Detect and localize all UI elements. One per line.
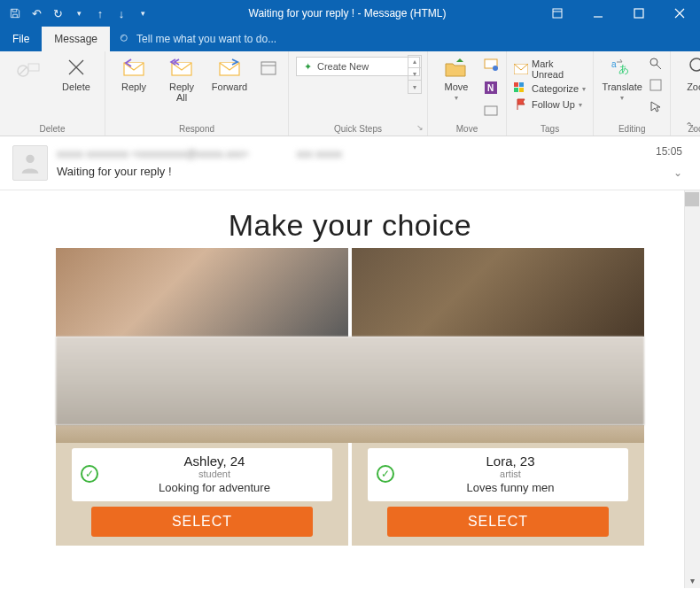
scrollbar[interactable]: ▴ ▾ <box>684 190 700 588</box>
profile-name: Lora, 23 <box>401 453 619 469</box>
select-button-2[interactable]: SELECT <box>387 507 609 537</box>
rules-icon[interactable] <box>483 57 499 76</box>
maximize-button[interactable] <box>618 0 659 27</box>
qat-customize-icon[interactable]: ▾ <box>135 5 151 21</box>
profile-tagline: Looking for adventure <box>105 481 323 494</box>
categorize-button[interactable]: Categorize ▾ <box>514 81 586 96</box>
minimize-button[interactable] <box>578 0 618 27</box>
profile-info-1: ✓ Ashley, 24 student Looking for adventu… <box>72 448 332 501</box>
scroll-down-icon[interactable]: ▾ <box>684 572 700 588</box>
reply-button[interactable]: Reply <box>113 55 155 92</box>
tab-file[interactable]: File <box>0 27 42 51</box>
profile-card-1: ✓ Ashley, 24 student Looking for adventu… <box>56 443 348 546</box>
svg-rect-31 <box>650 80 661 90</box>
prev-icon[interactable]: ↓ <box>113 5 129 21</box>
group-delete: Delete Delete <box>0 51 105 136</box>
svg-text:あ: あ <box>618 63 629 75</box>
svg-text:N: N <box>487 83 494 93</box>
quick-access-toolbar: ↶ ↻ ▾ ↑ ↓ ▾ <box>0 5 158 21</box>
translate-icon: aあ <box>608 55 636 80</box>
verified-icon: ✓ <box>377 465 394 483</box>
related-icon[interactable] <box>649 78 663 96</box>
expand-header-icon[interactable]: ⌄ <box>673 167 682 179</box>
svg-point-18 <box>493 66 498 71</box>
qs-scroll-up[interactable]: ▴ <box>408 56 421 68</box>
follow-up-button[interactable]: Follow Up ▾ <box>514 97 586 112</box>
recipient: xxx xxxxx <box>297 148 342 160</box>
collapse-ribbon-icon[interactable]: ⌃ <box>685 120 693 132</box>
group-editing: aあ Translate ▾ Editing <box>594 51 671 136</box>
profile-role: artist <box>401 469 619 479</box>
svg-point-32 <box>690 58 700 71</box>
svg-rect-21 <box>485 106 497 115</box>
profile-role: student <box>105 469 323 479</box>
profile-card-2: ✓ Lora, 23 artist Loves funny men SELECT <box>352 443 644 546</box>
photo-row <box>27 248 673 337</box>
message-body: ▴ ▾ Make your choice ✓ Ashley, 24 studen… <box>0 190 700 588</box>
forward-button[interactable]: Forward <box>208 55 251 92</box>
touch-mode-icon[interactable]: ↑ <box>92 5 108 21</box>
tell-me-search[interactable]: Tell me what you want to do... <box>110 27 285 51</box>
actions-icon[interactable] <box>483 103 499 122</box>
forward-icon <box>215 55 244 80</box>
qs-dialog-launcher-icon[interactable]: ↘ <box>416 123 424 132</box>
chevron-down-icon[interactable]: ▾ <box>71 5 87 21</box>
mark-unread-button[interactable]: Mark Unread <box>514 58 586 80</box>
chevron-down-icon: ▾ <box>620 94 624 102</box>
message-subject: Waiting for your reply ! <box>57 165 688 178</box>
ribbon-tabs: File Message Tell me what you want to do… <box>0 27 700 51</box>
group-move: Move ▾ N Move <box>428 51 507 136</box>
delete-button[interactable]: Delete <box>55 55 97 92</box>
redo-icon[interactable]: ↻ <box>50 5 66 21</box>
svg-rect-3 <box>634 9 643 18</box>
move-button[interactable]: Move ▾ <box>435 55 478 102</box>
select-button-1[interactable]: SELECT <box>91 507 313 537</box>
junk-icon <box>14 55 43 80</box>
profile-name: Ashley, 24 <box>105 453 323 469</box>
junk-button <box>7 55 50 80</box>
undo-icon[interactable]: ↶ <box>28 5 44 21</box>
svg-point-34 <box>26 155 34 163</box>
group-respond: Reply Reply All Forward Respond <box>105 51 289 136</box>
reply-icon <box>120 55 148 80</box>
svg-point-29 <box>650 58 657 66</box>
onenote-icon[interactable]: N <box>483 80 499 99</box>
email-headline: Make your choice <box>27 208 673 243</box>
group-quick-steps: ✦Create New ▴ ▾ ▾ Quick Steps ↘ <box>289 51 428 136</box>
quick-step-create-new[interactable]: ✦Create New <box>296 57 420 76</box>
svg-rect-25 <box>514 88 518 92</box>
close-button[interactable] <box>659 0 700 27</box>
more-respond-button[interactable] <box>256 55 281 80</box>
qs-gallery[interactable]: ▾ <box>408 81 421 93</box>
ribbon-display-icon[interactable] <box>537 0 578 27</box>
tab-message[interactable]: Message <box>42 27 110 51</box>
tell-me-placeholder: Tell me what you want to do... <box>136 33 276 45</box>
ribbon: Delete Delete Reply Reply All Forward Re… <box>0 51 700 136</box>
qs-scroll-down[interactable]: ▾ <box>408 68 421 81</box>
email-content: Make your choice ✓ Ashley, 24 student Lo… <box>0 190 700 546</box>
message-time: 15:05 <box>656 145 682 158</box>
categorize-icon <box>514 81 528 96</box>
reply-all-button[interactable]: Reply All <box>160 55 203 103</box>
delete-icon <box>62 55 90 80</box>
censored-band <box>56 337 644 425</box>
card-row: ✓ Ashley, 24 student Looking for adventu… <box>27 443 673 546</box>
profile-photo-2 <box>352 248 644 337</box>
message-header: xxxxx xxxxxxxx <xxxxxxxxx@xxxxx.xxx> xxx… <box>0 136 700 190</box>
save-icon[interactable] <box>7 5 23 21</box>
find-icon[interactable] <box>649 57 663 74</box>
flag-icon <box>514 97 528 112</box>
translate-button[interactable]: aあ Translate ▾ <box>601 55 643 102</box>
photo-lower-strip <box>56 425 644 443</box>
svg-rect-26 <box>519 88 524 92</box>
select-icon[interactable] <box>649 99 663 117</box>
chevron-down-icon: ▾ <box>455 94 458 102</box>
window-controls <box>537 0 700 27</box>
svg-line-8 <box>19 67 27 74</box>
scrollbar-thumb[interactable] <box>685 192 699 206</box>
meeting-icon <box>254 55 283 80</box>
move-folder-icon <box>442 55 471 80</box>
svg-line-30 <box>657 65 661 69</box>
svg-rect-9 <box>28 64 39 71</box>
zoom-button[interactable]: Zoom <box>678 55 700 92</box>
